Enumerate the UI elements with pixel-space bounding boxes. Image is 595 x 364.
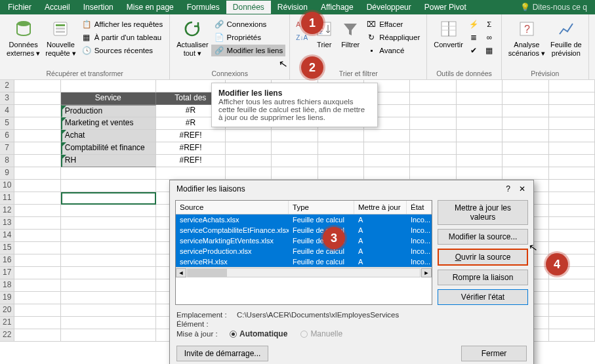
cell[interactable] — [14, 117, 60, 130]
list-row[interactable]: serviceRH.xlsxFeuille de calculAInco... — [176, 256, 432, 267]
cell[interactable] — [14, 205, 60, 217]
cell[interactable]: #REF! — [156, 130, 226, 142]
cell[interactable] — [364, 155, 410, 167]
cell[interactable]: Production — [61, 105, 156, 117]
cell[interactable] — [549, 230, 595, 242]
cell[interactable] — [61, 167, 156, 180]
cell[interactable]: Comptabilité et finance — [61, 142, 156, 155]
row-header[interactable]: 11 — [0, 192, 14, 205]
tab-affichage[interactable]: Affichage — [314, 1, 360, 14]
cell[interactable] — [549, 279, 595, 292]
list-row[interactable]: serviceProduction.xlsxFeuille de calculA… — [176, 246, 432, 256]
cell[interactable]: Achat — [61, 130, 156, 142]
cell[interactable] — [549, 329, 595, 342]
cell[interactable] — [14, 242, 60, 254]
cell[interactable] — [457, 92, 503, 105]
list-row[interactable]: serviceMarktingEtVentes.xlsxFeuille de c… — [176, 235, 432, 246]
cell[interactable] — [318, 155, 364, 167]
cell[interactable] — [549, 304, 595, 317]
row-header[interactable]: 8 — [0, 155, 14, 167]
help-button[interactable]: ? — [503, 184, 514, 193]
cell[interactable]: Service — [61, 92, 156, 105]
cell[interactable] — [503, 167, 548, 180]
cell[interactable] — [503, 80, 548, 92]
cell[interactable]: #REF! — [156, 142, 226, 155]
cell[interactable] — [61, 267, 156, 279]
close-button[interactable]: ✕ — [516, 184, 528, 193]
cell[interactable]: #REF! — [156, 155, 226, 167]
row-header[interactable]: 18 — [0, 279, 14, 292]
proprietes-button[interactable]: 📄Propriétés — [211, 31, 286, 43]
list-row[interactable]: serviceComptabiliteEtFinance.xlsxFeuille… — [176, 225, 432, 235]
cell[interactable] — [226, 155, 272, 167]
modifier-source-button[interactable]: Modifier la source... — [438, 229, 528, 245]
cell[interactable] — [226, 167, 272, 180]
row-header[interactable]: 13 — [0, 217, 14, 230]
tab-powerpivot[interactable]: Power Pivot — [418, 1, 473, 14]
row-header[interactable]: 21 — [0, 317, 14, 329]
row-header[interactable]: 4 — [0, 105, 14, 117]
cell[interactable] — [14, 142, 60, 155]
row-header[interactable]: 7 — [0, 142, 14, 155]
cell[interactable] — [14, 230, 60, 242]
fermer-button[interactable]: Fermer — [461, 346, 527, 361]
consolidate-button[interactable]: Σ — [482, 18, 497, 30]
connexions-button[interactable]: 🔗Connexions — [211, 18, 286, 30]
cell[interactable] — [503, 142, 548, 155]
cell[interactable] — [410, 130, 456, 142]
row-header[interactable]: 22 — [0, 329, 14, 342]
cell[interactable] — [410, 92, 456, 105]
afficher-requetes-button[interactable]: 📋Afficher les requêtes — [79, 18, 166, 30]
cell[interactable] — [549, 130, 595, 142]
cell[interactable] — [457, 167, 503, 180]
cell[interactable] — [14, 167, 60, 180]
verifier-etat-button[interactable]: Vérifier l'état — [438, 289, 528, 305]
cell[interactable] — [14, 130, 60, 142]
cell[interactable] — [272, 130, 318, 142]
row-header[interactable]: 12 — [0, 205, 14, 217]
cell[interactable] — [14, 105, 60, 117]
flash-fill-button[interactable]: ⚡ — [466, 18, 482, 30]
cell[interactable] — [549, 92, 595, 105]
cell[interactable] — [14, 92, 60, 105]
col-type[interactable]: Type — [289, 201, 354, 214]
cell[interactable] — [549, 192, 595, 205]
col-status[interactable]: État — [407, 201, 432, 214]
cell[interactable] — [364, 130, 410, 142]
cell[interactable] — [364, 142, 410, 155]
cell[interactable] — [364, 167, 410, 180]
row-header[interactable]: 6 — [0, 130, 14, 142]
cell[interactable] — [14, 155, 60, 167]
cell[interactable] — [549, 317, 595, 329]
cell[interactable] — [318, 142, 364, 155]
cell[interactable] — [549, 180, 595, 192]
cell[interactable] — [61, 180, 156, 192]
cell[interactable] — [549, 80, 595, 92]
row-header[interactable]: 14 — [0, 230, 14, 242]
cell[interactable] — [61, 254, 156, 267]
cell[interactable] — [14, 80, 60, 92]
tab-revision[interactable]: Révision — [271, 1, 314, 14]
horizontal-scrollbar[interactable]: ◄ ► — [176, 267, 432, 277]
convertir-button[interactable]: Convertir — [431, 16, 466, 56]
tab-fichier[interactable]: Fichier — [1, 1, 38, 14]
row-header[interactable]: 19 — [0, 292, 14, 304]
tab-developpeur[interactable]: Développeur — [360, 1, 418, 14]
mettre-a-jour-button[interactable]: Mettre à jour les valeurs — [438, 200, 528, 225]
tab-accueil[interactable]: Accueil — [38, 1, 77, 14]
remove-dup-button[interactable]: ≣ — [466, 31, 482, 43]
row-header[interactable]: 5 — [0, 117, 14, 130]
cell[interactable] — [61, 292, 156, 304]
cell[interactable] — [272, 142, 318, 155]
cell[interactable] — [14, 329, 60, 342]
cell[interactable] — [61, 192, 156, 205]
cell[interactable] — [457, 117, 503, 130]
cell[interactable] — [549, 205, 595, 217]
cell[interactable] — [503, 155, 548, 167]
avance-button[interactable]: ▪Avancé — [363, 45, 422, 56]
actualiser-tout-button[interactable]: Actualisertout ▾ — [174, 16, 211, 58]
cell[interactable] — [549, 117, 595, 130]
links-list[interactable]: Source Type Mettre à jour État serviceAc… — [175, 200, 432, 305]
list-header[interactable]: Source Type Mettre à jour État — [176, 201, 432, 214]
cell[interactable] — [14, 292, 60, 304]
